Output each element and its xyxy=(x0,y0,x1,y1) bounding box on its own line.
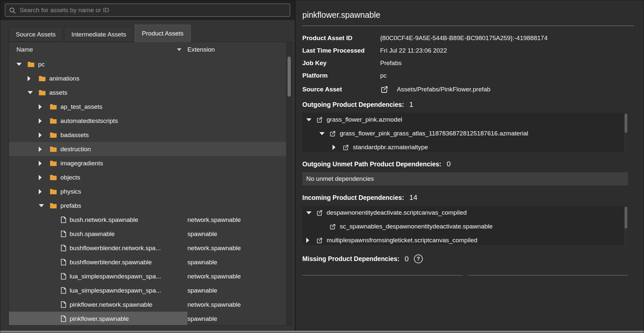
dependency-label: standardpbr.azmaterialtype xyxy=(353,144,428,151)
dependency-row-multiplespawnsfromsingleticket-scriptcanvas-compiled[interactable]: multiplespawnsfromsingleticket.scriptcan… xyxy=(302,233,628,245)
file-icon xyxy=(61,230,66,237)
tree-row-extension: spawnable xyxy=(187,259,286,266)
field-label: Product Asset ID xyxy=(302,35,380,42)
tree-row-extension: spawnable xyxy=(187,230,286,238)
dependency-row-grass-flower-pink-azmodel[interactable]: grass_flower_pink.azmodel xyxy=(302,113,628,127)
tree-row-ap-test-assets[interactable]: ap_test_assets xyxy=(9,100,286,114)
tab-product-assets[interactable]: Product Assets xyxy=(135,25,191,42)
tree-row-label: assets xyxy=(49,89,67,96)
expand-arrow-icon[interactable] xyxy=(39,175,50,180)
tree-row-imagegradients[interactable]: imagegradients xyxy=(9,156,286,170)
dependency-row-standardpbr-azmaterialtype[interactable]: standardpbr.azmaterialtype xyxy=(302,140,628,152)
tree-row-name-cell: bushflowerblender.network.spa... xyxy=(9,241,187,255)
tree-scrollbar[interactable] xyxy=(286,42,292,325)
outgoing-tree-scrollbar[interactable] xyxy=(624,113,628,152)
asset-details-panel: pinkflower.spawnable Product Asset ID {8… xyxy=(296,0,644,333)
tree-row-name-cell: prefabs xyxy=(9,199,187,213)
tree-row-label: bushflowerblender.spawnable xyxy=(70,259,152,266)
expand-arrow-icon[interactable] xyxy=(333,145,342,150)
dependency-label: sc_spawnables_despawnonentitydeactivate.… xyxy=(340,223,493,230)
collapse-arrow-icon[interactable] xyxy=(319,132,329,135)
missing-dependencies-label: Missing Product Dependencies: xyxy=(302,255,399,263)
tree-row-bushflowerblender-spawnable[interactable]: bushflowerblender.spawnablespawnable xyxy=(9,255,286,269)
tree-row-prefabs[interactable]: prefabs xyxy=(9,199,286,213)
search-box[interactable] xyxy=(5,4,290,17)
collapse-arrow-icon[interactable] xyxy=(39,204,50,207)
expand-arrow-icon[interactable] xyxy=(28,76,38,81)
source-asset-path[interactable]: Assets/Prefabs/PinkFlower.prefab xyxy=(397,86,490,93)
tree-scrollbar-thumb[interactable] xyxy=(288,57,291,97)
tree-row-physics[interactable]: physics xyxy=(9,184,286,199)
tree-row-pinkflower-spawnable[interactable]: pinkflower.spawnablespawnable xyxy=(9,312,286,325)
tree-row-pc[interactable]: pc xyxy=(9,57,286,71)
help-icon[interactable]: ? xyxy=(414,254,423,263)
search-input[interactable] xyxy=(5,4,290,16)
product-asset-icon xyxy=(329,223,336,230)
file-icon xyxy=(61,245,66,251)
tree-row-bush-spawnable[interactable]: bush.spawnablespawnable xyxy=(9,227,286,241)
column-header-extension[interactable]: Extension xyxy=(187,46,292,53)
column-header-name[interactable]: Name xyxy=(9,46,187,53)
tree-row-label: pinkflower.spawnable xyxy=(70,315,129,322)
collapse-arrow-icon[interactable] xyxy=(16,63,27,66)
tree-row-name-cell: objects xyxy=(9,170,187,184)
incoming-tree-scrollbar-thumb[interactable] xyxy=(625,207,627,228)
product-asset-icon xyxy=(316,116,323,123)
collapse-arrow-icon[interactable] xyxy=(306,118,316,121)
tree-row-label: physics xyxy=(60,188,81,195)
file-icon xyxy=(61,273,66,280)
tree-row-label: lua_simplespawndespawn_spa... xyxy=(70,273,161,280)
missing-dependencies-heading: Missing Product Dependencies: 0 ? xyxy=(302,254,634,263)
dependency-label: multiplespawnsfromsingleticket.scriptcan… xyxy=(327,237,477,244)
folder-icon xyxy=(50,202,57,209)
dependency-row-sc-spawnables-despawnonentitydeactivate-spawnable[interactable]: sc_spawnables_despawnonentitydeactivate.… xyxy=(302,220,628,233)
outgoing-tree-scrollbar-thumb[interactable] xyxy=(625,114,627,133)
incoming-dependencies-count: 14 xyxy=(409,193,417,202)
tree-row-automatedtestscripts[interactable]: automatedtestscripts xyxy=(9,114,286,128)
separator-line xyxy=(468,275,628,275)
tree-row-animations[interactable]: animations xyxy=(9,71,286,85)
asset-browser-panel: Source AssetsIntermediate AssetsProduct … xyxy=(0,0,296,333)
collapse-arrow-icon[interactable] xyxy=(28,91,38,94)
tree-row-name-cell: physics xyxy=(9,184,187,199)
expand-arrow-icon[interactable] xyxy=(39,132,50,138)
asset-tabs: Source AssetsIntermediate AssetsProduct … xyxy=(9,24,295,42)
dependency-row-grass-flower-pink-grass-atlas-11878368728125187616-azmaterial[interactable]: grass_flower_pink_grass_atlas_1187836872… xyxy=(302,127,628,140)
dependency-label: grass_flower_pink_grass_atlas_1187836872… xyxy=(340,130,528,137)
tab-intermediate-assets[interactable]: Intermediate Assets xyxy=(64,27,133,42)
dependency-row-despawnonentitydeactivate-scriptcanvas-compiled[interactable]: despawnonentitydeactivate.scriptcanvas_c… xyxy=(302,206,628,220)
field-label: Last Time Processed xyxy=(302,47,380,54)
tree-row-destruction[interactable]: destruction xyxy=(9,142,286,156)
expand-arrow-icon[interactable] xyxy=(39,147,50,152)
tree-row-name-cell: badassets xyxy=(9,128,187,142)
field-row-job-key: Job Key Prefabs xyxy=(302,57,634,69)
folder-icon xyxy=(50,118,57,124)
tree-row-name-cell: ap_test_assets xyxy=(9,100,187,114)
tab-source-assets[interactable]: Source Assets xyxy=(9,27,63,42)
expand-arrow-icon[interactable] xyxy=(39,189,50,194)
incoming-dependencies-heading: Incoming Product Dependencies: 14 xyxy=(302,193,634,202)
tree-row-pinkflower-network-spawnable[interactable]: pinkflower.network.spawnablenetwork.spaw… xyxy=(9,297,286,312)
tree-row-name-cell: lua_simplespawndespawn_spa... xyxy=(9,269,187,283)
file-icon xyxy=(61,315,66,322)
tree-row-objects[interactable]: objects xyxy=(9,170,286,184)
search-band xyxy=(0,0,295,20)
expand-arrow-icon[interactable] xyxy=(39,161,50,166)
expand-arrow-icon[interactable] xyxy=(39,118,50,124)
tree-row-lua-simplespawndespawn-spa-[interactable]: lua_simplespawndespawn_spa...network.spa… xyxy=(9,269,286,283)
incoming-tree-scrollbar[interactable] xyxy=(624,206,628,245)
folder-icon xyxy=(27,61,35,67)
tree-row-badassets[interactable]: badassets xyxy=(9,128,286,142)
collapse-arrow-icon[interactable] xyxy=(306,211,316,214)
tree-row-lua-simplespawndespawn-spa-[interactable]: lua_simplespawndespawn_spa...spawnable xyxy=(9,283,286,297)
unmet-dependencies-message-box: No unmet dependencies xyxy=(302,172,628,185)
expand-arrow-icon[interactable] xyxy=(39,104,50,109)
tree-row-label: prefabs xyxy=(60,202,81,209)
tree-row-bush-network-spawnable[interactable]: bush.network.spawnablenetwork.spawnable xyxy=(9,213,286,227)
field-value: pc xyxy=(380,72,387,79)
expand-arrow-icon[interactable] xyxy=(306,238,316,243)
tree-row-assets[interactable]: assets xyxy=(9,85,286,100)
product-asset-icon xyxy=(329,130,336,137)
field-row-product-asset-id: Product Asset ID {80C0CF4E-9A5E-544B-B89… xyxy=(302,32,634,44)
tree-row-bushflowerblender-network-spa-[interactable]: bushflowerblender.network.spa...network.… xyxy=(9,241,286,255)
